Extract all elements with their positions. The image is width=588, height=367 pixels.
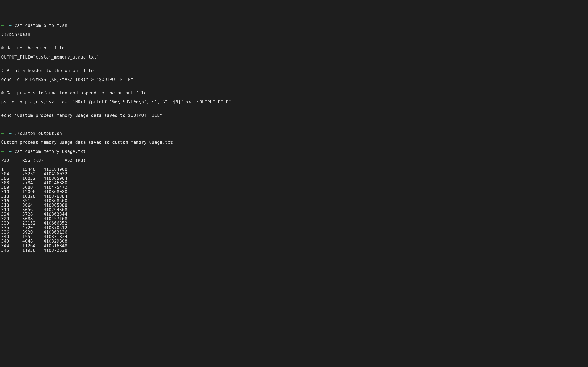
table-row: 335 4720 410370512 [1,225,587,230]
table-row: 306 10032 410365904 [1,176,587,181]
script-line: #!/bin/bash [1,32,587,37]
table-row: 310 12096 410368080 [1,190,587,194]
table-row: 304 25232 410426032 [1,172,587,176]
command-text: cat custom_output.sh [15,23,67,28]
table-row: 344 11264 410516848 [1,244,587,248]
prompt-line: → ~ cat custom_output.sh [1,23,587,28]
table-header: PID RSS (KB) VSZ (KB) [1,158,587,163]
command-text: cat custom_memory_usage.txt [15,149,86,154]
table-row: 316 8512 410368560 [1,199,587,203]
script-line: # Print a header to the output file [1,68,587,73]
table-row: 313 10320 410376384 [1,194,587,199]
command-text: ./custom_output.sh [15,131,62,136]
table-row: 319 3056 410294368 [1,208,587,212]
script-line: # Get process information and append to … [1,91,587,95]
prompt-arrow-icon: → [1,149,4,154]
output-line: Custom process memory usage data saved t… [1,140,587,145]
script-line: echo -e "PID\tRSS (KB)\tVSZ (KB)" > "$OU… [1,77,587,82]
process-table: 1 15440 411184960304 25232 410426032306 … [1,167,587,253]
table-row: 324 3728 410363344 [1,212,587,217]
prompt-line: → ~ cat custom_memory_usage.txt [1,149,587,154]
table-row: 1 15440 411184960 [1,167,587,172]
table-row: 345 11936 410372528 [1,248,587,253]
table-row: 318 8864 410365888 [1,203,587,208]
script-line: echo "Custom process memory usage data s… [1,113,587,118]
table-row: 336 3920 410363136 [1,230,587,234]
table-row: 343 4048 410329808 [1,239,587,243]
prompt-line: → ~ ./custom_output.sh [1,131,587,136]
prompt-arrow-icon: → [1,131,4,136]
script-line: OUTPUT_FILE="custom_memory_usage.txt" [1,55,587,59]
table-row: 308 2784 410146880 [1,181,587,185]
table-row: 333 23152 410666352 [1,221,587,225]
table-row: 329 3088 410157168 [1,217,587,221]
table-row: 340 1552 410331824 [1,234,587,239]
prompt-tilde: ~ [9,149,12,154]
prompt-arrow-icon: → [1,23,4,28]
script-line: ps -e -o pid,rss,vsz | awk 'NR>1 {printf… [1,100,587,104]
prompt-tilde: ~ [9,131,12,136]
prompt-tilde: ~ [9,23,12,28]
terminal-output[interactable]: → ~ cat custom_output.sh #!/bin/bash # D… [1,19,587,257]
script-line: # Define the output file [1,46,587,50]
table-row: 309 5680 410475472 [1,185,587,190]
